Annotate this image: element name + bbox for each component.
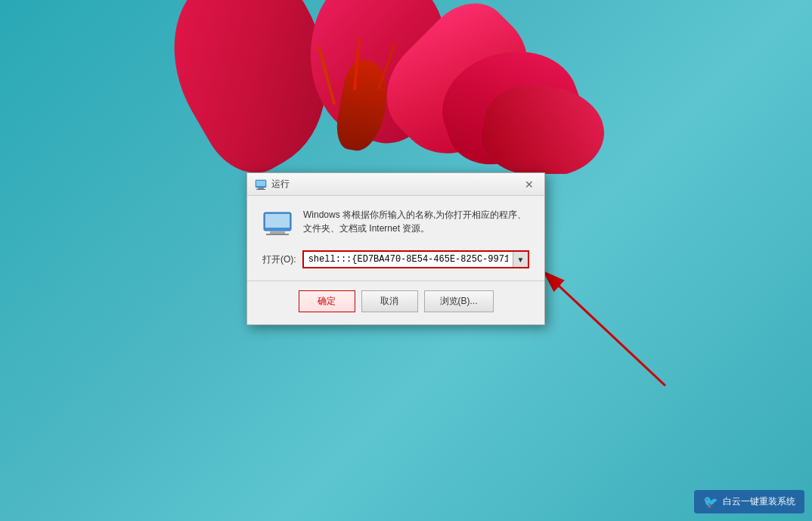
dropdown-arrow-icon: ▼: [517, 256, 525, 264]
open-input-wrapper: ▼: [302, 250, 529, 268]
dialog-buttons: 确定 取消 浏览(B)...: [262, 290, 529, 312]
open-row: 打开(O): ▼: [262, 250, 529, 268]
browse-button[interactable]: 浏览(B)...: [424, 290, 494, 312]
dialog-separator: [247, 281, 544, 281]
open-label: 打开(O):: [262, 253, 296, 266]
svg-rect-3: [256, 181, 265, 186]
dropdown-button[interactable]: ▼: [513, 252, 528, 267]
dialog-description: Windows 将根据你所输入的名称,为你打开相应的程序、 文件夹、文档或 In…: [303, 208, 529, 235]
dialog-title: 运行: [271, 178, 290, 191]
svg-rect-4: [258, 188, 264, 189]
titlebar-left: 运行: [255, 178, 290, 191]
ok-button[interactable]: 确定: [299, 290, 355, 312]
watermark-text: 白云一键重装系统: [723, 495, 795, 508]
twitter-icon: 🐦: [703, 495, 718, 509]
close-button[interactable]: ✕: [522, 177, 537, 192]
open-input[interactable]: [304, 252, 513, 267]
svg-rect-8: [270, 231, 285, 234]
run-title-icon: [255, 178, 267, 191]
dialog-titlebar: 运行 ✕: [247, 173, 544, 196]
desktop: 运行 ✕ Windows 将根据你所输入的名称,为你打开相应的程序、 文件夹、文…: [0, 0, 812, 521]
svg-rect-5: [256, 189, 265, 190]
run-dialog: 运行 ✕ Windows 将根据你所输入的名称,为你打开相应的程序、 文件夹、文…: [246, 172, 545, 325]
dialog-body: Windows 将根据你所输入的名称,为你打开相应的程序、 文件夹、文档或 In…: [247, 196, 544, 324]
run-icon: [262, 208, 293, 238]
flower-decoration: [0, 0, 812, 174]
svg-rect-9: [266, 234, 289, 235]
cancel-button[interactable]: 取消: [361, 290, 418, 312]
dialog-top-section: Windows 将根据你所输入的名称,为你打开相应的程序、 文件夹、文档或 In…: [262, 208, 529, 238]
svg-rect-7: [265, 214, 290, 228]
watermark: 🐦 白云一键重装系统: [694, 490, 804, 513]
